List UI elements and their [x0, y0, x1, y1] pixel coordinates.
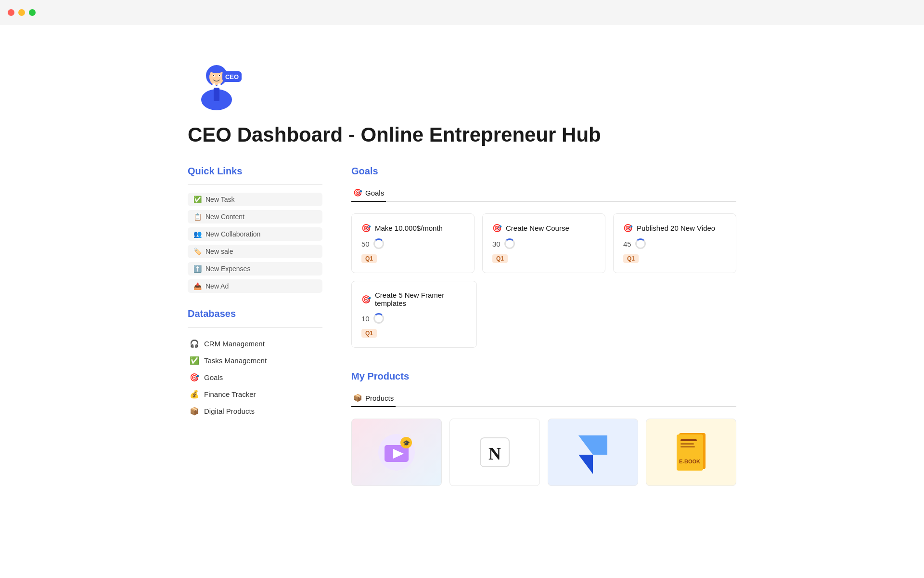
- products-section: My Products 📦 Products: [351, 371, 736, 486]
- goal-4-quarter: Q1: [361, 329, 377, 338]
- goal-4-circle: [373, 313, 384, 324]
- goal-card-4: 🎯 Create 5 New Framer templates 10 Q1: [351, 281, 477, 348]
- goal-1-circle: [373, 238, 384, 249]
- right-column: Goals 🎯 Goals 🎯 Make 10.000$/month: [351, 166, 736, 486]
- goal-3-quarter: Q1: [623, 254, 639, 263]
- products-tab[interactable]: 📦 Products: [351, 390, 396, 407]
- header-section: CEO CEO Dashboard - Online Entrepreneur …: [188, 54, 736, 146]
- goals-row-2: 🎯 Create 5 New Framer templates 10 Q1: [351, 281, 736, 348]
- goal-1-icon: 🎯: [361, 223, 371, 233]
- goal-card-3: 🎯 Published 20 New Video 45 Q1: [613, 213, 736, 273]
- goals-empty-space: [485, 281, 736, 348]
- goal-4-progress: 10: [361, 313, 467, 324]
- minimize-button[interactable]: [18, 9, 25, 16]
- quick-link-new-expenses[interactable]: ⬆️ New Expenses: [188, 262, 322, 276]
- goals-tab-icon: 🎯: [353, 188, 362, 197]
- svg-rect-22: [680, 439, 697, 441]
- goals-tab-bar: 🎯 Goals: [351, 184, 736, 202]
- product-2-image: N: [450, 419, 539, 486]
- svg-point-4: [209, 66, 224, 73]
- goals-grid: 🎯 Make 10.000$/month 50 Q1 🎯: [351, 213, 736, 273]
- close-button[interactable]: [8, 9, 14, 16]
- db-item-tasks[interactable]: ✅ Tasks Management: [188, 352, 322, 369]
- quick-link-new-ad[interactable]: 📤 New Ad: [188, 279, 322, 293]
- content-icon: 📋: [193, 213, 202, 221]
- svg-text:CEO: CEO: [225, 73, 239, 80]
- products-grid: 🎓 N: [351, 419, 736, 486]
- sale-icon: 🏷️: [193, 248, 202, 255]
- goal-1-title: 🎯 Make 10.000$/month: [361, 223, 464, 233]
- titlebar: [0, 0, 924, 25]
- page-title: CEO Dashboard - Online Entrepreneur Hub: [188, 123, 736, 146]
- product-card-2[interactable]: N: [449, 419, 540, 486]
- svg-text:N: N: [488, 444, 501, 463]
- quick-link-new-task[interactable]: ✅ New Task: [188, 193, 322, 206]
- db-item-goals[interactable]: 🎯 Goals: [188, 369, 322, 386]
- digital-icon: 📦: [190, 407, 199, 416]
- svg-point-8: [219, 75, 220, 76]
- ceo-icon: CEO: [188, 54, 245, 114]
- ad-icon: 📤: [193, 282, 202, 290]
- goal-2-quarter: Q1: [492, 254, 508, 263]
- product-card-3[interactable]: [548, 419, 638, 486]
- goal-4-title: 🎯 Create 5 New Framer templates: [361, 291, 467, 307]
- quick-link-new-collaboration[interactable]: 👥 New Collaboration: [188, 227, 322, 241]
- quick-links-section: Quick Links ✅ New Task 📋 New Content 👥 N…: [188, 166, 322, 293]
- product-1-image: 🎓: [352, 419, 441, 486]
- goal-2-circle: [504, 238, 515, 249]
- quick-link-new-content[interactable]: 📋 New Content: [188, 210, 322, 223]
- svg-marker-18: [578, 435, 607, 455]
- products-tab-icon: 📦: [353, 394, 362, 402]
- databases-title: Databases: [188, 308, 322, 319]
- db-item-crm[interactable]: 🎧 CRM Management: [188, 335, 322, 352]
- quick-link-new-sale[interactable]: 🏷️ New sale: [188, 245, 322, 258]
- goal-3-circle: [635, 238, 646, 249]
- goal-3-progress: 45: [623, 238, 726, 249]
- goal-card-2: 🎯 Create New Course 30 Q1: [482, 213, 605, 273]
- crm-icon: 🎧: [190, 339, 199, 348]
- product-3-image: [548, 419, 638, 486]
- collaboration-icon: 👥: [193, 230, 202, 238]
- databases-section: Databases 🎧 CRM Management ✅ Tasks Manag…: [188, 308, 322, 420]
- svg-rect-23: [680, 443, 694, 445]
- goals-section-title: Goals: [351, 166, 736, 177]
- tasks-icon: ✅: [190, 356, 199, 365]
- svg-rect-24: [680, 446, 695, 447]
- finance-icon: 💰: [190, 390, 199, 399]
- content-area: Quick Links ✅ New Task 📋 New Content 👥 N…: [188, 166, 736, 486]
- goal-4-icon: 🎯: [361, 295, 371, 304]
- product-card-1[interactable]: 🎓: [351, 419, 442, 486]
- goal-1-quarter: Q1: [361, 254, 377, 263]
- goals-db-icon: 🎯: [190, 373, 199, 382]
- goals-tab[interactable]: 🎯 Goals: [351, 184, 386, 202]
- goal-2-title: 🎯 Create New Course: [492, 223, 595, 233]
- svg-point-7: [213, 75, 214, 76]
- goal-card-1: 🎯 Make 10.000$/month 50 Q1: [351, 213, 475, 273]
- products-section-title: My Products: [351, 371, 736, 382]
- databases-divider: [188, 327, 322, 328]
- task-icon: ✅: [193, 196, 202, 203]
- goals-section: Goals 🎯 Goals 🎯 Make 10.000$/month: [351, 166, 736, 348]
- product-4-image: E-BOOK: [646, 419, 736, 486]
- left-column: Quick Links ✅ New Task 📋 New Content 👥 N…: [188, 166, 322, 420]
- maximize-button[interactable]: [29, 9, 36, 16]
- main-content: CEO CEO Dashboard - Online Entrepreneur …: [149, 25, 775, 525]
- quick-links-divider: [188, 184, 322, 185]
- product-card-4[interactable]: E-BOOK: [646, 419, 736, 486]
- svg-marker-19: [578, 455, 593, 474]
- svg-rect-1: [214, 88, 219, 101]
- svg-text:E-BOOK: E-BOOK: [679, 459, 700, 464]
- db-item-finance[interactable]: 💰 Finance Tracker: [188, 386, 322, 403]
- goal-2-icon: 🎯: [492, 223, 502, 233]
- expenses-icon: ⬆️: [193, 265, 202, 273]
- goal-3-title: 🎯 Published 20 New Video: [623, 223, 726, 233]
- quick-links-title: Quick Links: [188, 166, 322, 177]
- products-tab-bar: 📦 Products: [351, 390, 736, 407]
- svg-text:🎓: 🎓: [403, 439, 410, 447]
- goal-3-icon: 🎯: [623, 223, 633, 233]
- goal-1-progress: 50: [361, 238, 464, 249]
- db-item-digital[interactable]: 📦 Digital Products: [188, 403, 322, 420]
- goal-2-progress: 30: [492, 238, 595, 249]
